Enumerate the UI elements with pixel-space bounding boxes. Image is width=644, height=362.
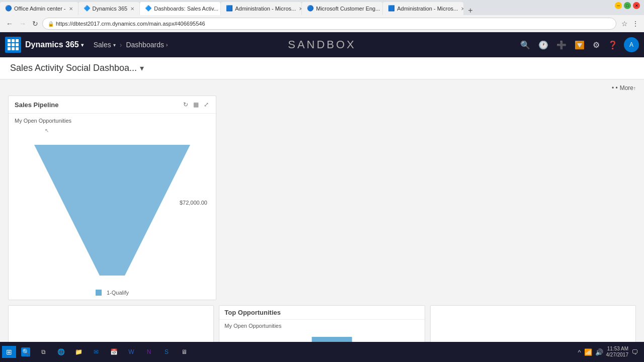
search-taskbar-icon: 🔍 bbox=[21, 347, 30, 356]
search-icon[interactable]: 🔍 bbox=[518, 38, 532, 52]
bookmark-star-icon[interactable]: ☆ bbox=[620, 19, 629, 29]
widget-expand-button[interactable]: ⤢ bbox=[203, 100, 210, 109]
address-bar-row: ← → ↻ 🔒 https://dbtest2017.crm.dynamics.… bbox=[0, 15, 644, 32]
tab-close-icon[interactable]: ✕ bbox=[299, 6, 301, 12]
taskbar-explorer[interactable]: 📁 bbox=[71, 344, 88, 360]
tab-dashboards[interactable]: 🔷 Dashboards: Sales Activ... ✕ bbox=[140, 2, 220, 15]
tray-clock[interactable]: 11:53 AM 4/27/2017 bbox=[606, 346, 629, 358]
address-bar[interactable]: 🔒 https://dbtest2017.crm.dynamics.com/ma… bbox=[42, 18, 616, 30]
taskbar-extra1[interactable]: 🖥 bbox=[177, 344, 193, 360]
nav-dashboards[interactable]: Dashboards › bbox=[126, 41, 168, 49]
taskbar-calendar[interactable]: 📅 bbox=[106, 344, 123, 360]
filter-icon[interactable]: 🔽 bbox=[573, 38, 587, 52]
tray-network-icon[interactable]: 📶 bbox=[584, 348, 592, 356]
tray-time-text: 11:53 AM bbox=[607, 346, 628, 352]
svg-marker-0 bbox=[34, 145, 190, 276]
tab-favicon: 🟦 bbox=[226, 5, 233, 12]
taskbar-tray: ^ 📶 🔊 11:53 AM 4/27/2017 🗨 bbox=[574, 346, 642, 358]
funnel-value: $72,000.00 bbox=[180, 200, 207, 206]
taskbar-taskview[interactable]: ⧉ bbox=[36, 344, 52, 360]
tab-label: Office Admin center - bbox=[14, 6, 66, 12]
more-link[interactable]: More bbox=[620, 84, 633, 92]
add-new-icon[interactable]: ➕ bbox=[554, 38, 569, 52]
help-icon[interactable]: ❓ bbox=[606, 38, 620, 52]
widget-header: Sales Pipeline ↻ ▦ ⤢ bbox=[9, 96, 216, 114]
widget-body bbox=[431, 306, 635, 314]
widget-body bbox=[9, 306, 213, 314]
nav-sales[interactable]: Sales ▾ bbox=[94, 41, 116, 49]
more-row: • • More ↑ bbox=[8, 84, 636, 92]
tab-dynamics[interactable]: 🔷 Dynamics 365 ✕ bbox=[78, 2, 140, 15]
avatar[interactable]: A bbox=[624, 37, 639, 52]
tray-date-text: 4/27/2017 bbox=[606, 352, 629, 358]
new-tab-button[interactable]: + bbox=[464, 6, 476, 15]
widget-chart-button[interactable]: ▦ bbox=[192, 100, 200, 109]
taskbar-onenote[interactable]: N bbox=[141, 344, 158, 360]
app-name: Dynamics 365 bbox=[25, 40, 79, 49]
forward-button[interactable]: → bbox=[17, 19, 28, 29]
tab-favicon: 🟦 bbox=[388, 5, 395, 12]
recent-icon[interactable]: 🕐 bbox=[536, 38, 550, 52]
start-icon: ⊞ bbox=[6, 348, 12, 356]
funnel-chart: $72,000.00 bbox=[15, 135, 210, 286]
taskbar-word[interactable]: W bbox=[124, 344, 140, 360]
close-button[interactable]: ✕ bbox=[633, 2, 640, 9]
minimize-button[interactable]: ─ bbox=[615, 2, 622, 9]
taskview-icon: ⧉ bbox=[39, 347, 48, 356]
header-actions: 🔍 🕐 ➕ 🔽 ⚙ ❓ A bbox=[518, 37, 639, 52]
sandbox-label: SANDBOX bbox=[288, 38, 356, 51]
waffle-menu-button[interactable] bbox=[5, 37, 21, 53]
mail-icon: ✉ bbox=[92, 347, 101, 356]
back-button[interactable]: ← bbox=[4, 19, 15, 29]
page-title: Sales Activity Social Dashboa... bbox=[10, 63, 137, 73]
edge-icon: 🌐 bbox=[56, 347, 65, 356]
settings-icon[interactable]: ⚙ bbox=[591, 38, 602, 52]
browser-menu-icon[interactable]: ⋮ bbox=[631, 19, 640, 29]
waffle-grid-icon bbox=[8, 39, 19, 50]
tab-close-icon[interactable]: ✕ bbox=[461, 6, 463, 12]
tab-admin2[interactable]: 🟦 Administration - Micros... ✕ bbox=[383, 2, 463, 15]
start-button[interactable]: ⊞ bbox=[2, 346, 16, 358]
tab-label: Dashboards: Sales Activ... bbox=[154, 6, 218, 12]
refresh-button[interactable]: ↻ bbox=[30, 19, 40, 29]
tray-up-arrow-icon[interactable]: ^ bbox=[578, 348, 581, 356]
funnel-legend: 1-Qualify bbox=[15, 290, 210, 296]
taskbar-mail[interactable]: ✉ bbox=[89, 344, 105, 360]
calendar-icon: 📅 bbox=[109, 347, 118, 356]
legend-label: 1-Qualify bbox=[107, 290, 129, 296]
ssl-lock-icon: 🔒 bbox=[48, 21, 54, 27]
browser-actions: ☆ ⋮ bbox=[620, 19, 640, 29]
tab-office-admin[interactable]: 🔵 Office Admin center - ✕ bbox=[0, 2, 78, 15]
sub-header: Sales Activity Social Dashboa... ▾ bbox=[0, 57, 644, 79]
nav-sales-dropdown-icon: ▾ bbox=[113, 42, 116, 48]
nav-dashboards-label: Dashboards bbox=[126, 41, 164, 49]
more-dots: • • bbox=[612, 84, 618, 92]
extra1-icon: 🖥 bbox=[180, 347, 189, 356]
tab-favicon: 🔵 bbox=[5, 5, 12, 12]
top-opp-title: Top Opportunities bbox=[224, 309, 281, 316]
widget-controls: ↻ ▦ ⤢ bbox=[182, 100, 210, 109]
taskbar-edge[interactable]: 🌐 bbox=[53, 344, 70, 360]
widget-subtitle: My Open Opportunities bbox=[15, 118, 210, 124]
tab-admin1[interactable]: 🟦 Administration - Micros... ✕ bbox=[221, 2, 301, 15]
taskbar-search[interactable]: 🔍 bbox=[18, 344, 35, 360]
taskbar-skype[interactable]: S bbox=[159, 344, 176, 360]
onenote-icon: N bbox=[144, 347, 153, 356]
tab-customer-eng[interactable]: 🔵 Microsoft Customer Eng... ✕ bbox=[302, 2, 382, 15]
address-text: https://dbtest2017.crm.dynamics.com/main… bbox=[56, 21, 205, 27]
tray-notification-icon[interactable]: 🗨 bbox=[631, 348, 638, 356]
legend-color-dot bbox=[96, 290, 102, 296]
tab-label: Microsoft Customer Eng... bbox=[316, 6, 380, 12]
tray-volume-icon[interactable]: 🔊 bbox=[595, 348, 603, 356]
tab-close-icon[interactable]: ✕ bbox=[130, 6, 134, 12]
tab-label: Administration - Micros... bbox=[235, 6, 296, 12]
widget-refresh-button[interactable]: ↻ bbox=[182, 100, 189, 109]
maximize-button[interactable]: □ bbox=[624, 2, 631, 9]
sales-pipeline-widget: Sales Pipeline ↻ ▦ ⤢ My Open Opportuniti… bbox=[8, 96, 216, 300]
app-name-section: Dynamics 365 ▾ bbox=[25, 40, 84, 49]
app-name-dropdown-icon[interactable]: ▾ bbox=[81, 42, 84, 48]
tab-favicon: 🔵 bbox=[307, 5, 314, 12]
tab-close-icon[interactable]: ✕ bbox=[69, 6, 73, 12]
page-title-dropdown-icon[interactable]: ▾ bbox=[140, 63, 144, 73]
taskbar: ⊞ 🔍 ⧉ 🌐 📁 ✉ 📅 W N bbox=[0, 342, 644, 362]
